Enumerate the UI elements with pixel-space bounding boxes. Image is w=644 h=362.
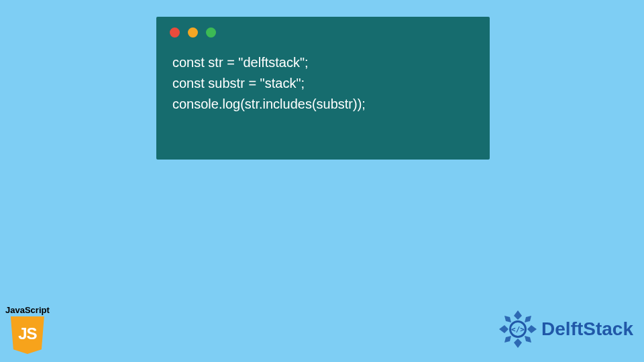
- js-label: JavaScript: [5, 305, 50, 315]
- close-icon: [170, 27, 180, 38]
- code-content: const str = "delftstack"; const substr =…: [156, 38, 490, 115]
- code-line: const substr = "stack";: [172, 76, 305, 90]
- code-line: console.log(str.includes(substr));: [172, 97, 366, 111]
- window-controls: [156, 17, 490, 38]
- delftstack-icon: </>: [497, 308, 539, 350]
- delftstack-text: DelftStack: [541, 318, 633, 340]
- js-shield-icon: JS: [11, 316, 44, 354]
- code-window: const str = "delftstack"; const substr =…: [156, 17, 490, 160]
- minimize-icon: [188, 27, 198, 38]
- code-line: const str = "delftstack";: [172, 55, 309, 70]
- js-shield-text: JS: [18, 324, 36, 343]
- javascript-badge: JavaScript JS: [5, 305, 50, 354]
- svg-text:</>: </>: [511, 325, 525, 334]
- maximize-icon: [206, 27, 216, 38]
- delftstack-logo: </> DelftStack: [497, 308, 633, 350]
